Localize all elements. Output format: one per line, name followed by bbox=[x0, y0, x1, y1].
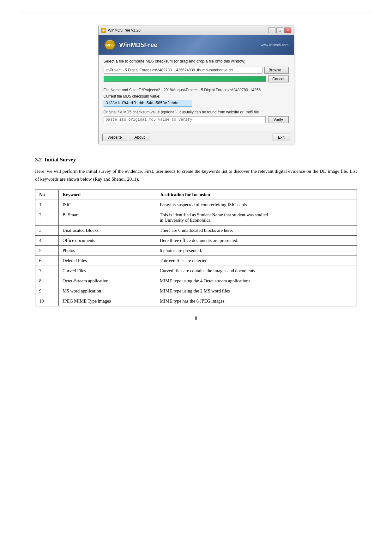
minimize-button[interactable]: — bbox=[268, 27, 275, 33]
table-cell: Curved files are contains the images and… bbox=[156, 266, 357, 276]
table-cell: JPEG MIME Type images bbox=[58, 296, 156, 306]
winmd5-website-url: www.winmd5.com bbox=[261, 43, 288, 47]
divider-1 bbox=[104, 85, 289, 85]
file-info-text: File Name and Size: E:\Projects\2 - 2018… bbox=[104, 88, 289, 92]
about-btn-label-rest: bout bbox=[137, 135, 145, 140]
original-md5-label: Original file MD5 checksum value (option… bbox=[104, 110, 289, 114]
winmd5-logo: MD5 WinMD5Free bbox=[104, 39, 158, 51]
winmd5-footer: Website About Exit bbox=[99, 131, 294, 144]
table-cell: Octet-Stream application bbox=[58, 276, 156, 286]
table-row: 3Unallocated BlocksThere are 6 unallocat… bbox=[35, 225, 357, 235]
winmd5-header-banner: MD5 WinMD5Free www.winmd5.com bbox=[99, 35, 294, 55]
table-cell: This is identified as Student Name that … bbox=[156, 210, 357, 225]
winmd5-body: Select a file to compute MD5 checksum (o… bbox=[99, 55, 294, 131]
section-title: 3.2 Initial Survey bbox=[35, 157, 357, 163]
table-cell: MIME type using the 4 Octet stream appli… bbox=[156, 276, 357, 286]
app-icon bbox=[101, 28, 106, 33]
section-heading: Initial Survey bbox=[45, 157, 76, 163]
table-row: 1ISICFarayi is suspected of counterfeiti… bbox=[35, 200, 357, 210]
table-cell: 10 bbox=[35, 296, 59, 306]
table-cell: 9 bbox=[35, 286, 59, 296]
page-container: WinMD5Free v1.20 — □ ✕ MD5 WinMD5 bbox=[19, 13, 373, 543]
page-number: 8 bbox=[35, 316, 357, 321]
table-row: 9MS word applicationMIME type using the … bbox=[35, 286, 357, 296]
exit-button[interactable]: Exit bbox=[273, 134, 290, 141]
table-cell: 4 bbox=[35, 235, 59, 245]
footer-left-buttons: Website About bbox=[102, 134, 150, 141]
table-row: 4Office documentsHere three office docum… bbox=[35, 235, 357, 245]
titlebar-left: WinMD5Free v1.20 bbox=[101, 28, 141, 33]
svg-text:MD5: MD5 bbox=[106, 43, 113, 47]
section-body-text: Here, we will perform the initial survey… bbox=[35, 167, 357, 183]
close-button[interactable]: ✕ bbox=[284, 27, 291, 33]
table-row: 7Curved FilesCurved files are contains t… bbox=[35, 266, 357, 276]
table-cell: 5 bbox=[35, 245, 59, 256]
table-cell: Unallocated Blocks bbox=[58, 225, 156, 235]
table-cell: Thirteen files are detected. bbox=[156, 256, 357, 266]
winmd5-logo-icon: MD5 bbox=[104, 39, 116, 51]
table-cell: 7 bbox=[35, 266, 59, 276]
website-btn-label: Website bbox=[108, 135, 122, 140]
table-cell: Farayi is suspected of counterfeiting IS… bbox=[156, 200, 357, 210]
about-underline: A bbox=[134, 135, 137, 140]
table-cell: MIME type has the 6 JPEG images. bbox=[156, 296, 357, 306]
table-cell: 3 bbox=[35, 225, 59, 235]
table-cell: B. Smart bbox=[58, 210, 156, 225]
md5-label: Current file MD5 checksum value: bbox=[104, 94, 289, 99]
window-title: WinMD5Free v1.20 bbox=[108, 28, 141, 33]
file-path-row: st\Project - 5 Digital Forensics\2489780… bbox=[104, 67, 289, 74]
verify-button[interactable]: Verify bbox=[268, 116, 289, 123]
verify-row: Verify bbox=[104, 116, 289, 123]
table-row: 2B. SmartThis is identified as Student N… bbox=[35, 210, 357, 225]
about-button[interactable]: About bbox=[129, 134, 150, 141]
table-cell: 2 bbox=[35, 210, 59, 225]
table-header-row: No Keyword Justification for Inclusion bbox=[35, 190, 357, 200]
table-cell: MIME type using the 2 MS word files bbox=[156, 286, 357, 296]
table-cell: Deleted Files bbox=[58, 256, 156, 266]
table-cell: Office documents bbox=[58, 235, 156, 245]
col-header-justification: Justification for Inclusion bbox=[156, 190, 357, 200]
file-path-display: st\Project - 5 Digital Forensics\2489780… bbox=[104, 67, 263, 74]
table-cell: 6 photos are presented. bbox=[156, 245, 357, 256]
verify-input-field[interactable] bbox=[104, 116, 266, 123]
winmd5-logo-text: WinMD5Free bbox=[119, 41, 158, 49]
md5-value-field[interactable] bbox=[104, 100, 192, 107]
col-header-no: No bbox=[35, 190, 59, 200]
keywords-table: No Keyword Justification for Inclusion 1… bbox=[35, 190, 357, 306]
table-row: 10JPEG MIME Type imagesMIME type has the… bbox=[35, 296, 357, 306]
table-cell: 8 bbox=[35, 276, 59, 286]
browse-button[interactable]: Browse .. bbox=[264, 67, 288, 74]
table-cell: Here three office documents are presente… bbox=[156, 235, 357, 245]
table-row: 6Deleted FilesThirteen files are detecte… bbox=[35, 256, 357, 266]
winmd5-window: WinMD5Free v1.20 — □ ✕ MD5 WinMD5 bbox=[98, 26, 294, 144]
window-controls: — □ ✕ bbox=[268, 27, 291, 33]
table-cell: There are 6 unallocated blocks are here. bbox=[156, 225, 357, 235]
table-cell: Curved Files bbox=[58, 266, 156, 276]
section-number: 3.2 bbox=[35, 157, 42, 163]
table-row: 8Octet-Stream applicationMIME type using… bbox=[35, 276, 357, 286]
table-cell: 1 bbox=[35, 200, 59, 210]
table-cell: Photos bbox=[58, 245, 156, 256]
table-cell: ISIC bbox=[58, 200, 156, 210]
maximize-button[interactable]: □ bbox=[276, 27, 283, 33]
table-cell: MS word application bbox=[58, 286, 156, 296]
progress-row: Cancel bbox=[104, 75, 289, 82]
table-row: 5Photos6 photos are presented. bbox=[35, 245, 357, 256]
progress-bar bbox=[104, 76, 266, 82]
col-header-keyword: Keyword bbox=[58, 190, 156, 200]
winmd5-description: Select a file to compute MD5 checksum (o… bbox=[104, 59, 289, 63]
website-button[interactable]: Website bbox=[102, 134, 127, 141]
win-titlebar: WinMD5Free v1.20 — □ ✕ bbox=[99, 26, 294, 35]
table-cell: 6 bbox=[35, 256, 59, 266]
cancel-button[interactable]: Cancel bbox=[268, 75, 289, 82]
